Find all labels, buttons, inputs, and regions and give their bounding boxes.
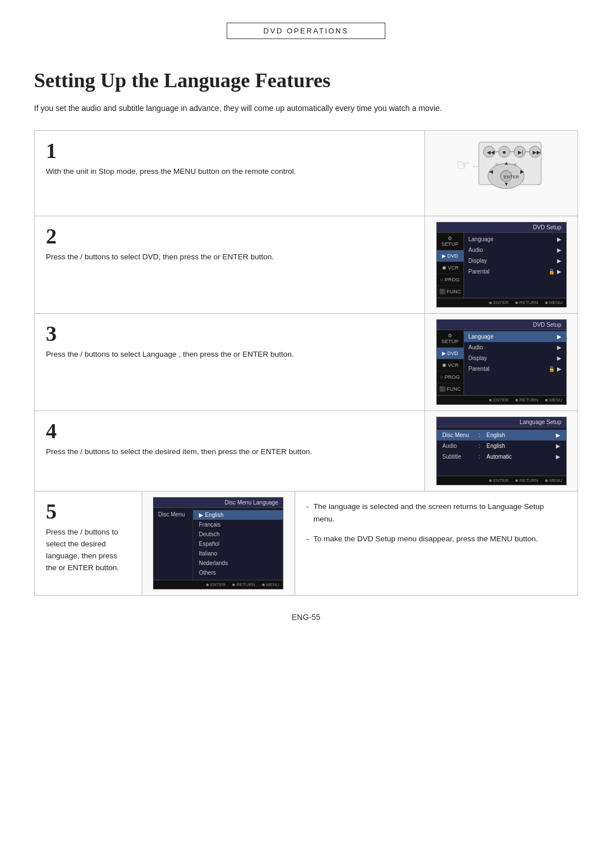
note-2-dash: - [307,533,309,545]
step-4-left: 4 Press the / buttons to select the desi… [35,411,424,491]
step-1-right: ◀◀ ■ ▶| ▶▶ SUBTITLE ◀ ▶ ▲ [424,131,577,216]
disc-lang-footer: ■ ENTER■ RETURN■ MENU [154,580,283,589]
note-1-dash: - [307,501,309,525]
svg-text:◀◀: ◀◀ [487,149,495,155]
dvd-menu-body-3: ⚙ SETUP ▶ DVD ⏺ VCR ○ PROG ⬛ FUNC Langua… [437,330,566,395]
step-5-number: 5 [46,501,130,522]
note-2-text: To make the DVD Setup menu disappear, pr… [313,533,538,545]
menu-parental-3: Parental🔓▶ [464,364,566,374]
remote-illustration: ◀◀ ■ ▶| ▶▶ SUBTITLE ◀ ▶ ▲ [439,136,564,210]
disc-lang-label: Disc Menu [154,508,193,580]
step-5-container: 5 Press the / buttons to select the desi… [34,491,295,596]
sidebar-prog: ○ PROG [437,274,464,286]
step-4-right: Language Setup Disc Menu : English ▶ Aud… [424,411,577,491]
disc-lang-body: Disc Menu ▶ English Français Deutsch Esp… [154,508,283,580]
svg-text:▶: ▶ [520,169,524,174]
svg-text:▲: ▲ [504,160,509,166]
dvd-menu-footer: ■ ENTER■ RETURN■ MENU [437,298,566,307]
svg-text:◀: ◀ [489,169,493,174]
steps-container: 1 With the unit in Stop mode, press the … [34,130,578,491]
sidebar-vcr-3: ⏺ VCR [437,360,464,371]
menu-display-3: Display▶ [464,353,566,364]
lang-menu-footer: ■ ENTER■ RETURN■ MENU [437,476,566,485]
sidebar-vcr: ⏺ VCR [437,262,464,274]
lang-menu-title: Language Setup [437,417,566,427]
dvd-menu-content: Language▶ Audio▶ Display▶ Parental🔓▶ [464,233,566,298]
menu-display: Display▶ [464,255,566,266]
sidebar-func: ⬛ FUNC [437,286,464,298]
bottom-area: 5 Press the / buttons to select the desi… [34,491,578,596]
step-3-right: DVD Setup ⚙ SETUP ▶ DVD ⏺ VCR ○ PROG ⬛ F… [424,314,577,411]
dvd-menu-sidebar: ⚙ SETUP ▶ DVD ⏺ VCR ○ PROG ⬛ FUNC [437,233,464,298]
dvd-menu-content-3: Language▶ Audio▶ Display▶ Parental🔓▶ [464,330,566,395]
step-3-left: 3 Press the / buttons to select Language… [35,314,424,411]
dvd-menu-sidebar-3: ⚙ SETUP ▶ DVD ⏺ VCR ○ PROG ⬛ FUNC [437,330,464,395]
menu-language-3: Language▶ [464,331,566,342]
sidebar-setup-3: ⚙ SETUP [437,330,464,348]
sidebar-func-3: ⬛ FUNC [437,383,464,395]
step-2-left: 2 Press the / buttons to select DVD, the… [35,216,424,313]
note-1-text: The language is selected and the screen … [313,501,566,525]
page-title: Setting Up the Language Features [34,69,578,92]
step-4-row: 4 Press the / buttons to select the desi… [34,411,578,491]
disc-lang-header: Disc Menu Language [154,498,283,508]
menu-parental: Parental🔓▶ [464,266,566,277]
lang-italiano: Italiano [193,549,283,558]
lang-subtitle: Subtitle : Automatic ▶ [437,451,566,462]
lang-english: ▶ English [193,510,283,520]
step-4-text: Press the / buttons to select the desire… [46,446,413,458]
step-2-number: 2 [46,225,413,247]
menu-language: Language▶ [464,234,566,245]
step-2-text: Press the / buttons to select DVD, then … [46,251,413,263]
step-3-text: Press the / buttons to select Language ,… [46,349,413,361]
lang-audio: Audio : English ▶ [437,441,566,451]
step-3-row: 3 Press the / buttons to select Language… [34,313,578,411]
dvd-menu-title: DVD Setup [437,223,566,233]
dvd-menu-body: ⚙ SETUP ▶ DVD ⏺ VCR ○ PROG ⬛ FUNC Langua… [437,233,566,298]
svg-text:■: ■ [503,149,505,155]
lang-espanol: Español [193,539,283,549]
svg-text:▼: ▼ [504,181,509,187]
language-setup-menu: Language Setup Disc Menu : English ▶ Aud… [436,417,567,485]
lang-others: Others [193,568,283,578]
header-box: DVD Operations [227,23,385,39]
lang-nederlands: Nederlands [193,558,283,568]
disc-menu-language: Disc Menu Language Disc Menu ▶ English F… [153,497,283,589]
step-5-inner: 5 Press the / buttons to select the desi… [35,491,295,595]
disc-lang-list: ▶ English Français Deutsch Español Itali… [193,508,283,580]
note-2: - To make the DVD Setup menu disappear, … [307,533,567,545]
step-1-row: 1 With the unit in Stop mode, press the … [34,130,578,216]
menu-audio-3: Audio▶ [464,342,566,353]
step-2-row: 2 Press the / buttons to select DVD, the… [34,216,578,313]
lang-deutsch: Deutsch [193,529,283,539]
step-1-left: 1 With the unit in Stop mode, press the … [35,131,424,216]
step-5-text: Press the / buttons to select the desire… [46,527,130,574]
svg-text:▶|: ▶| [518,149,523,155]
step-5-left: 5 Press the / buttons to select the desi… [35,491,142,595]
step-1-text: With the unit in Stop mode, press the ME… [46,166,413,178]
dvd-menu-footer-3: ■ ENTER■ RETURN■ MENU [437,395,566,404]
svg-text:ENTER: ENTER [504,174,519,179]
step-2-right: DVD Setup ⚙ SETUP ▶ DVD ⏺ VCR ○ PROG ⬛ F… [424,216,577,313]
step-1-number: 1 [46,140,413,161]
notes-section: - The language is selected and the scree… [295,491,579,596]
lang-disc-menu: Disc Menu : English ▶ [437,430,566,441]
step-5-right: Disc Menu Language Disc Menu ▶ English F… [142,491,295,595]
svg-text:▶▶: ▶▶ [533,149,541,155]
menu-audio: Audio▶ [464,245,566,255]
sidebar-setup: ⚙ SETUP [437,233,464,250]
note-1: - The language is selected and the scree… [307,501,567,525]
sidebar-prog-3: ○ PROG [437,371,464,383]
step-4-number: 4 [46,420,413,442]
svg-text:☞: ☞ [456,156,470,174]
sidebar-dvd-3: ▶ DVD [437,348,464,360]
dvd-setup-menu-step3: DVD Setup ⚙ SETUP ▶ DVD ⏺ VCR ○ PROG ⬛ F… [436,319,567,405]
lang-francais: Français [193,520,283,529]
intro-text: If you set the audio and subtitle langua… [34,102,521,114]
dvd-menu-title-3: DVD Setup [437,320,566,330]
page-number: ENG-55 [34,613,578,622]
dvd-setup-menu-step2: DVD Setup ⚙ SETUP ▶ DVD ⏺ VCR ○ PROG ⬛ F… [436,222,567,307]
step-3-number: 3 [46,323,413,344]
sidebar-dvd: ▶ DVD [437,250,464,262]
header-label: DVD Operations [264,27,348,35]
